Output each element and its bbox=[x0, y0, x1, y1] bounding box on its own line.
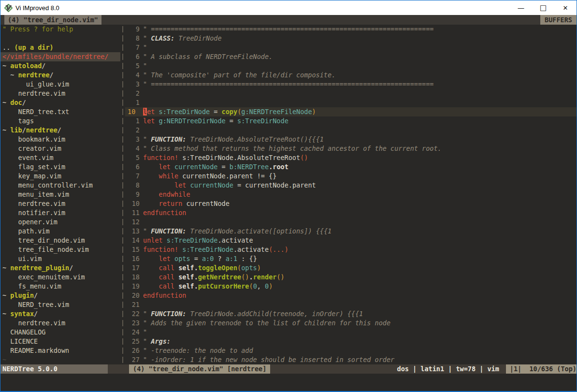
tree-item[interactable]: ~ nerdtree_plugin/ bbox=[0, 263, 120, 273]
close-button[interactable]: ✕ bbox=[554, 0, 577, 15]
code-line[interactable]: 2 bbox=[125, 126, 577, 135]
code-line[interactable]: 3" =====================================… bbox=[125, 80, 577, 89]
code-line[interactable]: 21 bbox=[125, 300, 577, 309]
token-v: a:0 bbox=[202, 255, 214, 262]
token-n: = bbox=[190, 255, 202, 262]
code-line[interactable]: 7" bbox=[125, 43, 577, 52]
tree-item[interactable]: NERD_tree.vim bbox=[0, 300, 120, 309]
code-line[interactable]: 4" The 'composite' part of the file/dir … bbox=[125, 71, 577, 80]
code-line[interactable]: 16 let opts = a:0 ? a:1 : {} bbox=[125, 254, 577, 263]
window-separator[interactable] bbox=[120, 25, 125, 364]
tree-item[interactable]: ~ syntax/ bbox=[0, 309, 120, 319]
code-line[interactable]: 14unlet s:TreeDirNode.activate bbox=[125, 236, 577, 245]
tree-item[interactable]: ui_glue.vim bbox=[0, 80, 120, 89]
code-line[interactable]: 6" A subclass of NERDTreeFileNode. bbox=[125, 52, 577, 61]
code-line[interactable]: 11endfunction bbox=[125, 208, 577, 218]
tree-item[interactable]: ~ plugin/ bbox=[0, 291, 120, 300]
tree-item[interactable]: exec_menuitem.vim bbox=[0, 273, 120, 282]
tree-item[interactable]: ~ bbox=[0, 355, 120, 364]
token-v: s:TreeDirNode bbox=[182, 246, 233, 253]
tree-item[interactable]: LICENCE bbox=[0, 337, 120, 346]
code-line[interactable]: 7 while currentNode.parent != {} bbox=[125, 172, 577, 181]
tree-item[interactable]: CHANGELOG bbox=[0, 328, 120, 337]
code-line[interactable]: 2 bbox=[125, 89, 577, 98]
tree-item-selected[interactable]: </vimfiles/bundle/nerdtree/ bbox=[0, 52, 120, 61]
token-k: return bbox=[159, 200, 183, 207]
code-line[interactable]: 6 let currentNode = b:NERDTree.root bbox=[125, 162, 577, 172]
code-line[interactable]: 9" =====================================… bbox=[125, 25, 577, 34]
tree-item[interactable]: nerdtree.vim bbox=[0, 319, 120, 328]
token-c: " Adds the given treenode to the list of… bbox=[143, 319, 390, 327]
code-line[interactable]: 23" Adds the given treenode to the list … bbox=[125, 319, 577, 328]
code-line[interactable]: 1let g:NERDTreeDirNode = s:TreeDirNode bbox=[125, 116, 577, 126]
tree-item[interactable]: tree_dir_node.vim bbox=[0, 236, 120, 245]
code-line-cursor[interactable]: 10let s:TreeDirNode = copy(g:NERDTreeFil… bbox=[125, 107, 577, 116]
tree-item[interactable]: menu_item.vim bbox=[0, 190, 120, 199]
code-line[interactable]: 5function! s:TreeDirNode.AbsoluteTreeRoo… bbox=[125, 153, 577, 162]
code-line[interactable]: 20endfunction bbox=[125, 291, 577, 300]
tree-item[interactable]: bookmark.vim bbox=[0, 135, 120, 144]
command-line[interactable] bbox=[0, 374, 577, 391]
maximize-button[interactable]: □ bbox=[532, 0, 554, 15]
token-c: " bbox=[143, 310, 151, 318]
token-p: ) bbox=[257, 264, 261, 272]
tree-item[interactable]: key_map.vim bbox=[0, 172, 120, 181]
minimize-button[interactable]: ― bbox=[510, 0, 532, 15]
token-dir: nerdtree_plugin bbox=[10, 264, 69, 272]
token-v: g:NERDTreeDirNode bbox=[159, 117, 226, 125]
line-number: 2 bbox=[125, 89, 143, 98]
code-text: " FUNCTION: TreeDirNode.AbsoluteTreeRoot… bbox=[143, 135, 324, 144]
code-line[interactable]: 5" bbox=[125, 61, 577, 71]
tree-item[interactable]: creator.vim bbox=[0, 144, 120, 153]
line-number: 5 bbox=[125, 61, 143, 71]
code-line[interactable]: 4" Class method that returns the highest… bbox=[125, 144, 577, 153]
code-line[interactable]: 25" Args: bbox=[125, 337, 577, 346]
token-v: currentNode bbox=[174, 163, 217, 171]
tree-item[interactable]: path.vim bbox=[0, 227, 120, 236]
token-n bbox=[174, 282, 178, 290]
code-line[interactable]: 3" FUNCTION: TreeDirNode.AbsoluteTreeRoo… bbox=[125, 135, 577, 144]
code-line[interactable]: 18 call self.getNerdtree().render() bbox=[125, 273, 577, 282]
token-f: getNerdtree bbox=[198, 273, 241, 281]
code-line[interactable]: 22" FUNCTION: TreeDirNode.addChild(treen… bbox=[125, 309, 577, 319]
tree-item[interactable]: .. (up a dir) bbox=[0, 43, 120, 52]
tree-item[interactable]: tags bbox=[0, 116, 120, 126]
code-line[interactable]: 12 bbox=[125, 218, 577, 227]
code-line[interactable]: 24" bbox=[125, 328, 577, 337]
tree-item[interactable]: ~ nerdtree/ bbox=[0, 71, 120, 80]
tree-item[interactable]: nerdtree.vim bbox=[0, 89, 120, 98]
token-file: CHANGELOG bbox=[2, 328, 45, 336]
code-line[interactable]: 9 endwhile bbox=[125, 190, 577, 199]
tree-item[interactable]: ui.vim bbox=[0, 254, 120, 263]
code-line[interactable]: 10 return currentNode bbox=[125, 199, 577, 208]
code-line[interactable]: 8 let currentNode = currentNode.parent bbox=[125, 181, 577, 190]
token-n bbox=[171, 163, 174, 171]
tree-item[interactable]: event.vim bbox=[0, 153, 120, 162]
buffers-tab[interactable]: BUFFERS bbox=[540, 15, 577, 25]
tree-item[interactable]: menu_controller.vim bbox=[0, 181, 120, 190]
token-file: nerdtree.vim bbox=[2, 89, 65, 97]
tree-item[interactable]: ~ autoload/ bbox=[0, 61, 120, 71]
code-line[interactable]: 26" -treenode: the node to add bbox=[125, 346, 577, 355]
tree-item[interactable]: opener.vim bbox=[0, 218, 120, 227]
tree-item[interactable]: notifier.vim bbox=[0, 208, 120, 218]
tree-item[interactable]: ~ lib/nerdtree/ bbox=[0, 126, 120, 135]
tree-item[interactable]: ~ doc/ bbox=[0, 98, 120, 107]
token-w: / bbox=[42, 62, 45, 70]
tab-tree-dir-node[interactable]: (4) "tree_dir_node.vim" bbox=[4, 15, 101, 25]
code-line[interactable]: 19 call self.putCursorHere(0, 0) bbox=[125, 282, 577, 291]
code-line[interactable]: 13" FUNCTION: TreeDirNode.activate([opti… bbox=[125, 227, 577, 236]
code-line[interactable]: 1 bbox=[125, 98, 577, 107]
tree-item[interactable]: tree_file_node.vim bbox=[0, 245, 120, 254]
tree-item[interactable]: README.markdown bbox=[0, 346, 120, 355]
tree-item[interactable]: nerdtree.vim bbox=[0, 199, 120, 208]
code-line[interactable]: 17 call self.toggleOpen(opts) bbox=[125, 263, 577, 273]
tree-item[interactable]: " Press ? for help bbox=[0, 25, 120, 34]
tree-item[interactable]: fs_menu.vim bbox=[0, 282, 120, 291]
code-line[interactable]: 15function! s:TreeDirNode.activate(...) bbox=[125, 245, 577, 254]
code-line[interactable]: 8" CLASS: TreeDirNode bbox=[125, 34, 577, 43]
tree-item[interactable]: NERD_tree.txt bbox=[0, 107, 120, 116]
tree-item[interactable]: flag_set.vim bbox=[0, 162, 120, 172]
code-line[interactable]: 27" -inOrder: 1 if the new node should b… bbox=[125, 355, 577, 364]
tree-item[interactable] bbox=[0, 34, 120, 43]
